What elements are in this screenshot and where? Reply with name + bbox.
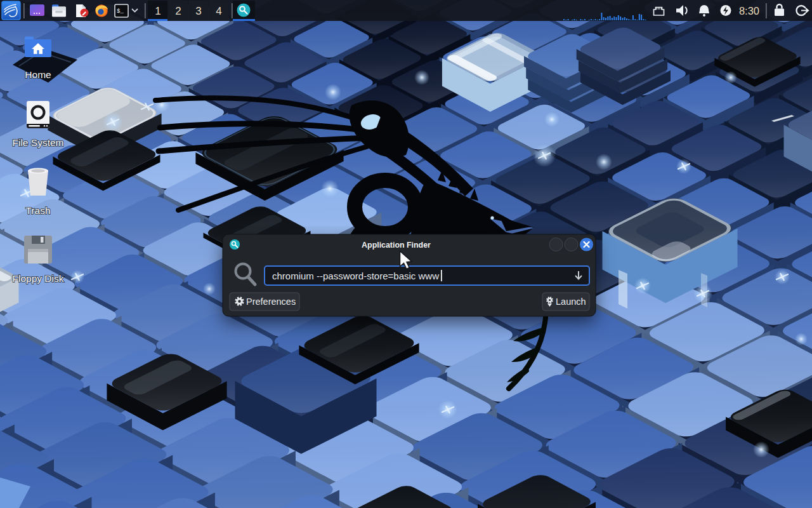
svg-text:Floppy Disk: Floppy Disk — [13, 273, 64, 284]
svg-text:$_: $_ — [117, 8, 124, 15]
svg-text:Trash: Trash — [25, 205, 50, 216]
svg-text:4: 4 — [216, 5, 221, 17]
svg-text:Preferences: Preferences — [246, 297, 296, 307]
svg-text:Launch: Launch — [556, 297, 586, 307]
svg-text:Application Finder: Application Finder — [362, 241, 431, 250]
svg-text:8:30: 8:30 — [739, 5, 759, 17]
svg-text:File System: File System — [13, 137, 64, 148]
svg-text:Home: Home — [25, 69, 51, 80]
svg-text:2: 2 — [175, 5, 181, 17]
svg-text:3: 3 — [195, 5, 201, 17]
svg-text:1: 1 — [155, 5, 160, 17]
svg-text:chromium --password-store=basi: chromium --password-store=basic www — [272, 271, 439, 281]
